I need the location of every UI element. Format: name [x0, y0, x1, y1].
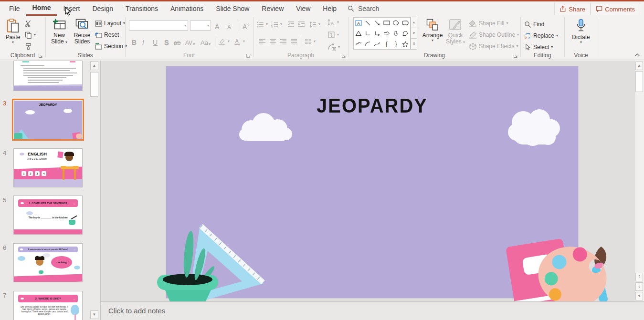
reset-button[interactable]: Reset — [95, 30, 119, 40]
layout-button[interactable]: Layout▾ — [95, 19, 125, 28]
scroll-down-button[interactable]: ▼ — [635, 292, 643, 300]
numbering-button[interactable]: ▾ — [271, 20, 282, 29]
comments-button[interactable]: Comments — [591, 3, 640, 15]
paste-button[interactable]: Paste ▾ — [2, 17, 24, 52]
convert-smartart-button[interactable]: ▾ — [327, 42, 340, 52]
star-shape[interactable] — [401, 39, 410, 49]
oval-shape[interactable] — [391, 18, 401, 28]
shapes-scroll-up-button[interactable]: ▲ — [411, 17, 417, 28]
right-arrow-shape[interactable] — [382, 28, 391, 39]
next-slide-button[interactable]: ⇣ — [635, 282, 643, 291]
align-right-button[interactable] — [280, 37, 287, 46]
search-box[interactable]: Search — [348, 1, 379, 16]
shape-outline-button[interactable]: Shape Outline▾ — [469, 30, 519, 40]
text-shadow-button[interactable]: S — [164, 36, 169, 46]
section-button[interactable]: Section▾ — [95, 41, 127, 51]
font-name-combo[interactable]: ▾ — [129, 21, 188, 31]
arrange-button[interactable]: Arrange ▾ — [421, 17, 444, 52]
tab-home[interactable]: Home — [26, 1, 57, 16]
tab-help[interactable]: Help — [317, 1, 343, 16]
arc-shape[interactable] — [363, 39, 373, 49]
text-direction-button[interactable]: ▾ — [327, 18, 339, 27]
copy-button[interactable]: ▾ — [25, 30, 36, 40]
freeform-shape[interactable] — [401, 28, 410, 39]
align-center-button[interactable] — [269, 37, 276, 46]
elbow-connector-shape[interactable] — [363, 28, 373, 39]
collapse-ribbon-button[interactable] — [634, 53, 640, 57]
left-brace-shape[interactable]: { — [382, 39, 391, 49]
font-dialog-launcher[interactable] — [246, 53, 251, 58]
thumbnail-slide-5[interactable]: 1. COMPLETE THE SENTENCE → The boy is __… — [13, 196, 83, 235]
cut-button[interactable] — [25, 19, 32, 28]
scroll-up-button[interactable]: ▲ — [635, 62, 643, 70]
format-painter-button[interactable] — [25, 41, 32, 51]
find-button[interactable]: Find — [524, 20, 544, 29]
strikethrough-button[interactable]: ab — [174, 36, 180, 46]
character-spacing-button[interactable]: AV▾ — [185, 36, 195, 46]
share-button[interactable]: Share — [554, 3, 591, 15]
line-shape[interactable] — [363, 18, 373, 28]
thumbnail-slide-4[interactable]: ENGLISH A-B-C-D-E...English! 1 2 3 4 — [13, 148, 83, 187]
bold-button[interactable]: B — [132, 36, 137, 46]
replace-button[interactable]: Replace▾ — [524, 31, 558, 41]
thumbnail-slide-3[interactable]: JEOPARDY — [12, 99, 84, 141]
tab-animations[interactable]: Animations — [164, 1, 210, 16]
thumbnail-slide-6[interactable]: If your answer is correct, you win 10 Po… — [13, 243, 83, 282]
bullets-button[interactable]: ▾ — [257, 20, 268, 29]
shape-effects-button[interactable]: Shape Effects▾ — [469, 41, 518, 51]
decrease-indent-button[interactable] — [287, 20, 295, 29]
select-button[interactable]: Select▾ — [524, 42, 553, 52]
italic-button[interactable]: I — [142, 36, 144, 46]
shapes-gallery[interactable]: A { } — [353, 17, 411, 50]
tab-file[interactable]: File — [3, 1, 26, 16]
clipboard-dialog-launcher[interactable] — [38, 53, 43, 58]
down-arrow-shape[interactable] — [391, 28, 401, 39]
columns-button[interactable]: ▾ — [305, 37, 316, 46]
curve-shape[interactable] — [372, 39, 382, 49]
notes-pane[interactable]: Click to add notes — [100, 301, 644, 320]
previous-slide-button[interactable]: ⇡ — [635, 273, 643, 281]
shapes-scroll-down-button[interactable]: ▼ — [411, 28, 417, 39]
font-color-button[interactable]: A ▾ — [234, 37, 245, 46]
shrink-font-button[interactable]: Aˇ — [227, 20, 233, 31]
dictate-button[interactable]: Dictate ▾ — [570, 17, 592, 52]
thumbnail-scroll-down-button[interactable]: ▼ — [90, 310, 98, 319]
paragraph-dialog-launcher[interactable] — [341, 53, 346, 58]
tab-view[interactable]: View — [290, 1, 317, 16]
line-spacing-button[interactable]: ▾ — [309, 20, 320, 29]
align-text-button[interactable]: ▾ — [327, 30, 339, 40]
shapes-gallery-more-button[interactable]: ⊻ — [411, 38, 417, 50]
line-arrow-shape[interactable] — [372, 18, 382, 28]
underline-button[interactable]: U — [153, 36, 158, 46]
rounded-rectangle-shape[interactable] — [401, 18, 410, 28]
highlight-color-button[interactable]: ▾ — [219, 37, 230, 46]
right-brace-shape[interactable]: } — [391, 39, 401, 49]
quick-styles-button[interactable]: Quick Styles ▾ — [445, 17, 466, 52]
increase-indent-button[interactable] — [298, 20, 305, 29]
thumbnail-scrollbar-thumb[interactable] — [90, 72, 98, 97]
triangle-shape[interactable] — [354, 28, 363, 39]
align-left-button[interactable] — [259, 37, 266, 46]
elbow-arrow-connector-shape[interactable] — [372, 28, 382, 39]
shape-fill-button[interactable]: Shape Fill▾ — [469, 19, 508, 28]
grow-font-button[interactable]: Aˆ — [215, 20, 221, 31]
drawing-dialog-launcher[interactable] — [513, 53, 518, 58]
scribble-shape[interactable] — [354, 39, 363, 49]
tab-design[interactable]: Design — [86, 1, 119, 16]
thumbnail-slide-2-partial[interactable] — [13, 61, 83, 91]
thumbnail-slide-7[interactable]: 2. WHERE IS SHE? → She went to a place t… — [13, 291, 83, 320]
change-case-button[interactable]: Aa▾ — [201, 36, 211, 46]
new-slide-button[interactable]: New Slide ▾ — [48, 17, 70, 52]
clear-formatting-button[interactable]: A◊ — [243, 20, 249, 31]
tab-review[interactable]: Review — [255, 1, 290, 16]
justify-button[interactable] — [290, 37, 297, 46]
reuse-slides-button[interactable]: Reuse Slides — [71, 17, 93, 52]
font-size-combo[interactable]: ▾ — [190, 21, 211, 31]
notes-placeholder[interactable]: Click to add notes — [108, 307, 165, 315]
scrollbar-thumb[interactable] — [635, 71, 643, 92]
rectangle-shape[interactable] — [382, 18, 391, 28]
tab-transitions[interactable]: Transitions — [119, 1, 164, 16]
text-box-shape[interactable]: A — [354, 18, 363, 28]
tab-slide-show[interactable]: Slide Show — [210, 1, 255, 16]
thumbnail-scroll-up-button[interactable]: ▲ — [90, 62, 98, 70]
